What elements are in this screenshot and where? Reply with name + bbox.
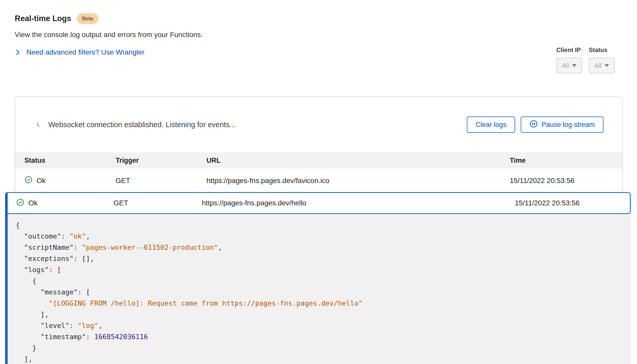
row-status: Ok [28, 199, 38, 207]
json-line: "message": [ [16, 287, 631, 298]
column-header-url: URL [206, 157, 510, 164]
chevron-right-icon [15, 48, 21, 56]
clear-logs-label: Clear logs [475, 121, 506, 129]
row-status: Ok [37, 177, 46, 185]
expanded-log-entry: Ok GET https://pages-fns.pages.dev/hello… [5, 192, 631, 364]
json-line: "timestamp": 1668542036116 [16, 331, 631, 342]
page-title: Real-time Logs [15, 14, 71, 23]
websocket-status-text: Websocket connection established. Listen… [48, 121, 236, 129]
caret-down-icon [572, 64, 577, 67]
websocket-status: Websocket connection established. Listen… [37, 121, 236, 129]
pause-log-stream-button[interactable]: Pause log stream [521, 117, 603, 133]
row-url: https://pages-fns.pages.dev/favicon.ico [206, 177, 510, 185]
log-toolbar: Websocket connection established. Listen… [15, 97, 622, 152]
log-table-header: Status Trigger URL Time [15, 152, 622, 169]
client-ip-filter-label: Client IP [556, 46, 581, 54]
json-line: "outcome": "ok", [16, 231, 631, 242]
json-line: "exceptions": [], [16, 253, 631, 264]
spinner-icon [37, 121, 44, 129]
status-filter-dropdown[interactable]: All [589, 58, 615, 73]
json-line: "[LOGGING FROM /hello]: Request came fro… [16, 298, 631, 309]
caret-down-icon [604, 64, 609, 67]
filters: Client IP All Status All [556, 46, 615, 73]
column-header-status: Status [24, 157, 116, 164]
status-filter-value: All [594, 62, 601, 69]
beta-badge: Beta [77, 13, 98, 24]
row-time: 15/11/2022 20:53:56 [510, 177, 613, 185]
json-line: "scriptName": "pages-worker--611502-prod… [16, 242, 631, 253]
ok-check-icon [24, 176, 33, 186]
column-header-time: Time [510, 157, 613, 164]
pause-icon [529, 120, 538, 130]
table-row[interactable]: Ok GET https://pages-fns.pages.dev/favic… [15, 169, 622, 193]
json-line: } [16, 342, 631, 354]
clear-logs-button[interactable]: Clear logs [467, 117, 515, 133]
json-line: "logs": [ [16, 264, 631, 275]
row-time: 15/11/2022 20:53:56 [515, 199, 621, 207]
row-url: https://pages-fns.pages.dev/hello [202, 199, 515, 207]
page-header: Real-time Logs Beta View the console.log… [15, 13, 203, 56]
client-ip-filter-value: All [562, 62, 569, 69]
json-line: ], [16, 354, 631, 364]
json-line: { [16, 275, 631, 287]
page-subtitle: View the console.log output and errors f… [15, 31, 203, 39]
wrangler-link-row[interactable]: Need advanced filters? Use Wrangler [15, 48, 203, 56]
status-filter-label: Status [589, 46, 607, 54]
row-trigger: GET [116, 177, 206, 185]
ok-check-icon [16, 198, 24, 208]
json-line: ], [16, 309, 631, 320]
column-header-trigger: Trigger [116, 157, 206, 164]
log-json-viewer: { "outcome": "ok", "scriptName": "pages-… [8, 214, 631, 364]
wrangler-link[interactable]: Need advanced filters? Use Wrangler [26, 48, 145, 56]
table-row-selected[interactable]: Ok GET https://pages-fns.pages.dev/hello… [8, 192, 631, 214]
row-trigger: GET [114, 199, 202, 207]
client-ip-filter-dropdown[interactable]: All [556, 58, 582, 73]
json-line: { [16, 220, 631, 231]
pause-log-stream-label: Pause log stream [542, 121, 595, 129]
json-line: "level": "log", [16, 320, 631, 331]
